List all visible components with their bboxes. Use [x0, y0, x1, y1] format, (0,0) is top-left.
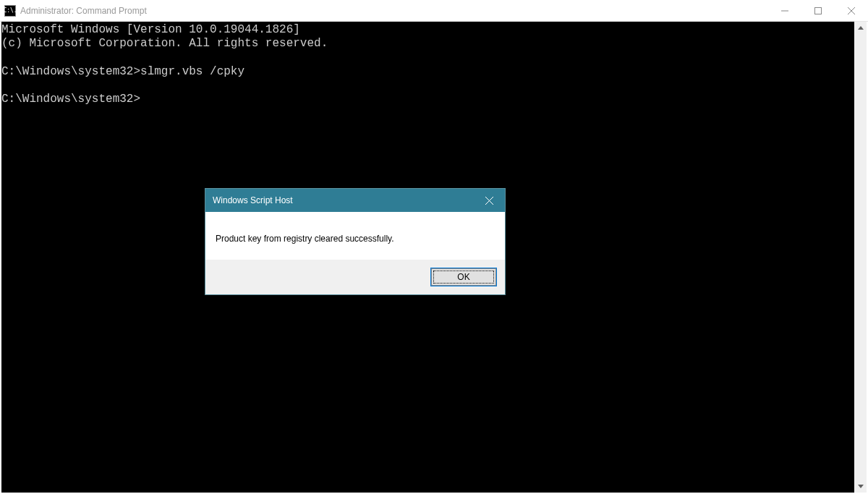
window-controls	[768, 0, 868, 21]
script-host-dialog: Windows Script Host Product key from reg…	[205, 188, 506, 295]
maximize-button[interactable]	[801, 0, 835, 21]
window-titlebar: C:\. Administrator: Command Prompt	[0, 0, 868, 22]
dialog-close-button[interactable]	[473, 189, 505, 212]
vertical-scrollbar[interactable]	[854, 22, 867, 493]
close-button[interactable]	[835, 0, 868, 21]
dialog-message: Product key from registry cleared succes…	[205, 212, 505, 260]
cmd-icon: C:\.	[4, 5, 16, 17]
minimize-button[interactable]	[768, 0, 801, 21]
dialog-button-row: OK	[205, 260, 505, 294]
svg-rect-0	[815, 7, 822, 14]
ok-button[interactable]: OK	[431, 268, 496, 286]
dialog-title: Windows Script Host	[213, 195, 473, 205]
window-title: Administrator: Command Prompt	[20, 6, 768, 16]
dialog-titlebar[interactable]: Windows Script Host	[205, 189, 505, 212]
scroll-up-arrow[interactable]	[854, 22, 867, 34]
scroll-down-arrow[interactable]	[854, 480, 867, 493]
